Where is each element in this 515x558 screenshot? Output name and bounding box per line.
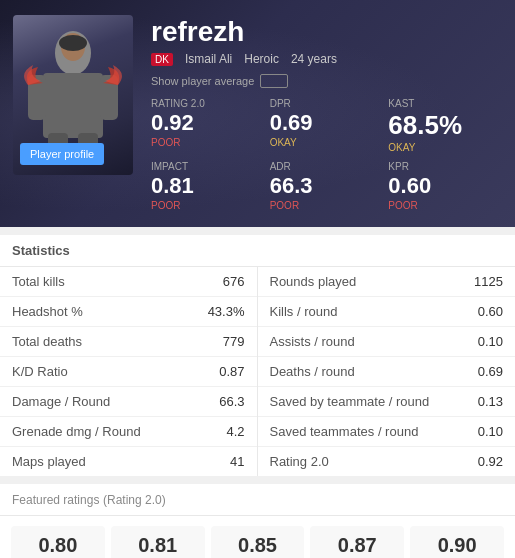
rating-value: 0.92 (151, 111, 262, 135)
rating-stat: RATING 2.0 0.92 POOR (151, 98, 262, 153)
ratings-grid: 0.80vs top 5 opponents (16 maps)0.81vs t… (0, 516, 515, 558)
dpr-stat: DPR 0.69 OKAY (270, 98, 381, 153)
featured-section: Featured ratings (Rating 2.0) 0.80vs top… (0, 484, 515, 558)
stat-label: Saved by teammate / round (270, 394, 430, 409)
stat-value: 4.2 (226, 424, 244, 439)
adr-tag: POOR (270, 200, 381, 211)
stat-value: 0.69 (478, 364, 503, 379)
svg-rect-1 (43, 73, 103, 138)
statistics-header: Statistics (0, 235, 515, 267)
rating-card: 0.90vs top 50 opponents (39 maps) (410, 526, 504, 558)
show-avg-label: Show player average (151, 75, 254, 87)
table-row: Saved teammates / round0.10 (258, 417, 516, 447)
table-row: Assists / round0.10 (258, 327, 516, 357)
stat-label: K/D Ratio (12, 364, 68, 379)
rating-card: 0.80vs top 5 opponents (16 maps) (11, 526, 105, 558)
hero-content: refrezh DK Ismail Ali Heroic 24 years Sh… (151, 16, 499, 211)
rating-card: 0.87vs top 30 opponents (37 maps) (310, 526, 404, 558)
impact-value: 0.81 (151, 174, 262, 198)
kpr-tag: POOR (388, 200, 499, 211)
hero-stats-grid: RATING 2.0 0.92 POOR DPR 0.69 OKAY KAST … (151, 98, 499, 211)
rating-card-value: 0.85 (238, 534, 277, 557)
stat-label: Total kills (12, 274, 65, 289)
stat-label: Headshot % (12, 304, 83, 319)
statistics-section: Statistics Total kills676Headshot %43.3%… (0, 235, 515, 476)
table-row: Kills / round0.60 (258, 297, 516, 327)
adr-value: 66.3 (270, 174, 381, 198)
stat-label: Damage / Round (12, 394, 110, 409)
table-row: Damage / Round66.3 (0, 387, 257, 417)
featured-header: Featured ratings (Rating 2.0) (0, 484, 515, 516)
table-row: K/D Ratio0.87 (0, 357, 257, 387)
show-avg-row: Show player average (151, 74, 499, 88)
stat-value: 0.13 (478, 394, 503, 409)
impact-tag: POOR (151, 200, 262, 211)
stats-left-col: Total kills676Headshot %43.3%Total death… (0, 267, 258, 476)
rating-label: RATING 2.0 (151, 98, 262, 109)
impact-label: IMPACT (151, 161, 262, 172)
stat-label: Rounds played (270, 274, 357, 289)
table-row: Rating 2.00.92 (258, 447, 516, 476)
player-real-name: Ismail Ali (185, 52, 232, 66)
rating-card-value: 0.81 (138, 534, 177, 557)
kpr-label: KPR (388, 161, 499, 172)
stat-value: 41 (230, 454, 244, 469)
kast-tag: OKAY (388, 142, 499, 153)
stats-table: Total kills676Headshot %43.3%Total death… (0, 267, 515, 476)
stat-value: 779 (223, 334, 245, 349)
stat-label: Saved teammates / round (270, 424, 419, 439)
adr-stat: ADR 66.3 POOR (270, 161, 381, 211)
impact-stat: IMPACT 0.81 POOR (151, 161, 262, 211)
table-row: Headshot %43.3% (0, 297, 257, 327)
stat-label: Assists / round (270, 334, 355, 349)
dpr-value: 0.69 (270, 111, 381, 135)
rating-card-value: 0.87 (338, 534, 377, 557)
stat-value: 43.3% (208, 304, 245, 319)
player-profile-button[interactable]: Player profile (20, 143, 104, 165)
kast-value: 68.5% (388, 111, 499, 140)
stat-label: Maps played (12, 454, 86, 469)
stat-value: 676 (223, 274, 245, 289)
stat-label: Deaths / round (270, 364, 355, 379)
player-age: 24 years (291, 52, 337, 66)
dpr-label: DPR (270, 98, 381, 109)
stat-label: Kills / round (270, 304, 338, 319)
adr-label: ADR (270, 161, 381, 172)
rating-card: 0.85vs top 20 opponents (31 maps) (211, 526, 305, 558)
svg-point-7 (59, 35, 87, 51)
stat-value: 1125 (474, 274, 503, 289)
kpr-value: 0.60 (388, 174, 499, 198)
player-team: Heroic (244, 52, 279, 66)
stat-value: 0.60 (478, 304, 503, 319)
table-row: Total kills676 (0, 267, 257, 297)
show-avg-toggle[interactable] (260, 74, 288, 88)
table-row: Total deaths779 (0, 327, 257, 357)
kpr-stat: KPR 0.60 POOR (388, 161, 499, 211)
table-row: Grenade dmg / Round4.2 (0, 417, 257, 447)
table-row: Deaths / round0.69 (258, 357, 516, 387)
player-flag: DK (151, 53, 173, 66)
kast-stat: KAST 68.5% OKAY (388, 98, 499, 153)
rating-card-value: 0.80 (38, 534, 77, 557)
table-row: Saved by teammate / round0.13 (258, 387, 516, 417)
stat-value: 66.3 (219, 394, 244, 409)
stat-value: 0.10 (478, 334, 503, 349)
stat-label: Total deaths (12, 334, 82, 349)
stat-value: 0.10 (478, 424, 503, 439)
stat-value: 0.87 (219, 364, 244, 379)
rating-card-value: 0.90 (438, 534, 477, 557)
dpr-tag: OKAY (270, 137, 381, 148)
stat-value: 0.92 (478, 454, 503, 469)
kast-label: KAST (388, 98, 499, 109)
rating-tag: POOR (151, 137, 262, 148)
table-row: Maps played41 (0, 447, 257, 476)
stats-right-col: Rounds played1125Kills / round0.60Assist… (258, 267, 516, 476)
featured-rating-type: (Rating 2.0) (103, 493, 166, 507)
stat-label: Rating 2.0 (270, 454, 329, 469)
featured-label: Featured ratings (12, 493, 99, 507)
player-avatar-area: Player profile (8, 0, 138, 175)
hero-section: Player profile refrezh DK Ismail Ali Her… (0, 0, 515, 227)
rating-card: 0.81vs top 10 opponents (24 maps) (111, 526, 205, 558)
player-name: refrezh (151, 16, 499, 48)
stat-label: Grenade dmg / Round (12, 424, 141, 439)
